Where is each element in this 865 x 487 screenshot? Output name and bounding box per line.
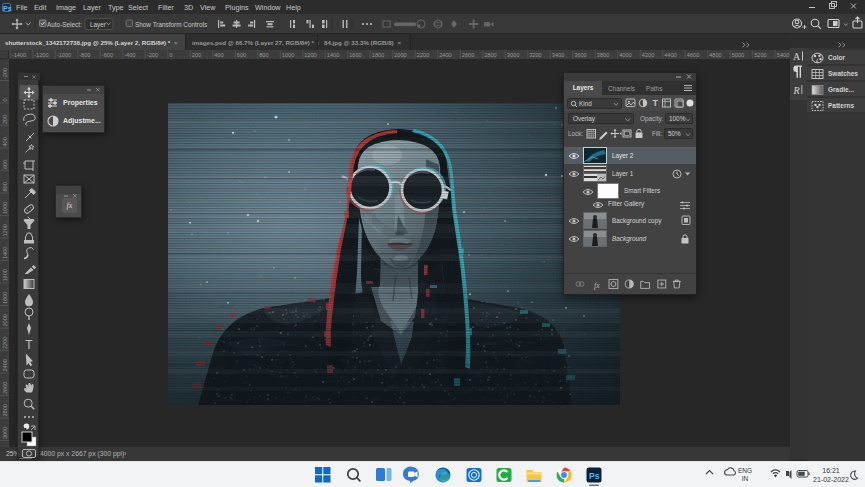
svg-text:A: A	[793, 51, 801, 62]
svg-text:2000: 2000	[2, 314, 8, 326]
svg-text:4600: 4600	[687, 52, 699, 58]
svg-text:-1200: -1200	[34, 52, 48, 58]
svg-text:2400: 2400	[2, 359, 8, 371]
svg-text:IN: IN	[742, 475, 749, 482]
svg-text:16:21: 16:21	[822, 467, 840, 474]
svg-text:fx: fx	[594, 281, 600, 290]
svg-text:1800: 1800	[2, 292, 8, 304]
svg-text:200: 200	[2, 115, 8, 124]
svg-text:0: 0	[2, 98, 8, 101]
svg-text:1600: 1600	[349, 52, 361, 58]
svg-text:-1400: -1400	[12, 52, 26, 58]
svg-text:200: 200	[192, 52, 201, 58]
svg-text:2600: 2600	[462, 52, 474, 58]
svg-text:-200: -200	[147, 52, 158, 58]
svg-text:4200: 4200	[642, 52, 654, 58]
svg-text:3400: 3400	[552, 52, 564, 58]
svg-text:-800: -800	[79, 52, 90, 58]
svg-text:5200: 5200	[754, 52, 766, 58]
svg-text:1000: 1000	[282, 52, 294, 58]
svg-text:T: T	[25, 338, 33, 352]
svg-text:5400: 5400	[777, 52, 789, 58]
svg-text:21-02-2022: 21-02-2022	[813, 476, 849, 483]
svg-text:2200: 2200	[417, 52, 429, 58]
svg-text:600: 600	[237, 52, 246, 58]
svg-text:-1000: -1000	[57, 52, 71, 58]
svg-text:2800: 2800	[484, 52, 496, 58]
svg-text:2800: 2800	[2, 404, 8, 416]
svg-text:4400: 4400	[664, 52, 676, 58]
svg-text:1800: 1800	[372, 52, 384, 58]
svg-text:4800: 4800	[709, 52, 721, 58]
svg-text:5000: 5000	[732, 52, 744, 58]
svg-text:800: 800	[259, 52, 268, 58]
svg-text:0: 0	[169, 52, 172, 58]
svg-text:3600: 3600	[574, 52, 586, 58]
svg-text:2400: 2400	[439, 52, 451, 58]
svg-text:Ps: Ps	[589, 471, 600, 481]
svg-text:2000: 2000	[394, 52, 406, 58]
svg-text:600: 600	[2, 160, 8, 169]
svg-text:3800: 3800	[597, 52, 609, 58]
svg-text:400: 400	[2, 137, 8, 146]
svg-text:1600: 1600	[2, 269, 8, 281]
svg-text:3200: 3200	[529, 52, 541, 58]
svg-text:2200: 2200	[2, 337, 8, 349]
svg-text:ENG: ENG	[738, 467, 752, 474]
svg-text:-200: -200	[2, 68, 8, 79]
svg-text:3000: 3000	[2, 427, 8, 439]
svg-text:-600: -600	[102, 52, 113, 58]
svg-text:1400: 1400	[2, 247, 8, 259]
svg-text:1400: 1400	[327, 52, 339, 58]
svg-text:-400: -400	[124, 52, 135, 58]
svg-text:400: 400	[214, 52, 223, 58]
svg-text:2600: 2600	[2, 382, 8, 394]
svg-text:T: T	[653, 98, 659, 108]
svg-text:800: 800	[2, 182, 8, 191]
svg-text:R: R	[793, 85, 800, 96]
svg-text:1200: 1200	[304, 52, 316, 58]
svg-text:4000: 4000	[619, 52, 631, 58]
svg-text:1200: 1200	[2, 224, 8, 236]
svg-text:1000: 1000	[2, 202, 8, 214]
svg-text:3000: 3000	[507, 52, 519, 58]
